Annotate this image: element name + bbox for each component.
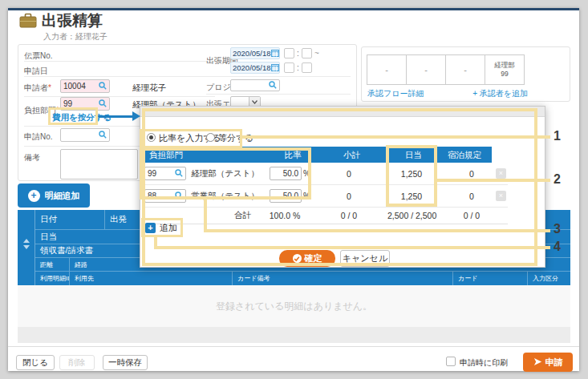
applicant-code-field[interactable]: 10004 [60,79,110,93]
dept-name: 営業部（テスト） [191,191,259,202]
entered-by: 入力者：経理花子 [43,31,107,42]
popup-header-bar [140,107,545,117]
arrow-line [99,115,134,118]
calendar-icon[interactable] [271,49,279,58]
apportion-cost-link[interactable]: 費用を按分する [52,112,112,123]
subtotal-value: 0 [310,169,387,179]
submit-button[interactable]: 申請 [523,353,573,372]
approval-step: - [445,54,485,85]
cancel-button[interactable]: キャンセル [340,250,390,267]
total-ratio: 100.0 % [259,211,310,220]
add-detail-button[interactable]: + 明細追加 [18,183,90,208]
plus-icon: + [472,89,477,98]
apportion-row: 99 経理部（テスト） 50.0 % 0 1,250 0 × [144,163,508,185]
total-lodging: 0 / 0 [436,211,508,220]
add-apportion-row-button[interactable]: + 追加 [145,222,177,234]
daily-value: 1,250 [387,192,436,201]
col-card: カード [453,272,528,285]
empty-message: 登録されている明細はありません。 [18,300,570,313]
col-usage-id: 利用明細ID [35,272,70,285]
temp-save-button[interactable]: 一時保存 [103,355,148,370]
page-title: 出張精算 [42,10,103,31]
required-mark: * [48,83,51,92]
total-daily: 2,500 / 2,500 [387,211,436,220]
project-field[interactable] [230,79,280,91]
start-minute-input[interactable] [302,48,312,58]
total-label: 合計 [144,210,259,221]
divider [206,94,351,95]
plus-circle-icon: + [28,190,40,202]
search-icon[interactable] [269,81,277,91]
divider [206,76,351,77]
annotation-number-4: 4 [554,240,561,254]
sort-down-icon[interactable] [23,245,30,249]
search-icon[interactable] [175,169,183,179]
close-button[interactable]: 閉じる [16,355,55,370]
add-approver-link[interactable]: + 承認者を追加 [449,88,528,99]
dept-code-input[interactable]: 99 [144,167,186,180]
search-icon[interactable] [99,82,107,91]
range-mark: ~ [314,49,319,58]
daily-value: 1,250 [387,169,436,179]
send-icon [533,357,542,368]
col-distance: 距離 [35,258,70,271]
percent-unit: % [303,192,310,200]
approval-step: - [406,54,446,85]
delete-row-button[interactable]: × [496,191,506,201]
period-start-field[interactable]: 2020/05/18 [230,47,280,59]
apportion-table-header: 負担部門 比率 小計 日当 宿泊規定 [144,147,508,163]
search-icon[interactable] [99,131,107,140]
remarks-textarea[interactable] [60,149,138,179]
col-lodging-rule: 宿泊規定 [437,147,493,163]
total-subtotal: 0 / 0 [310,211,387,220]
apply-no-label: 申請No. [24,131,53,143]
apportion-total-row: 合計 100.0 % 0 / 0 2,500 / 2,500 0 / 0 [144,208,508,224]
search-icon[interactable] [175,192,183,201]
confirm-button[interactable]: 確定 [279,250,335,267]
period-end-field[interactable]: 2020/05/18 [230,62,280,74]
search-icon[interactable] [99,99,107,109]
detail-empty-area: 登録されている明細はありません。 [18,285,570,327]
apportion-table: 負担部門 比率 小計 日当 宿泊規定 99 経理部（テスト） 50.0 % 0 … [144,147,508,224]
ratio-input[interactable]: 50.0 [270,189,302,203]
sort-up-icon[interactable] [23,239,30,243]
print-on-submit-checkbox[interactable] [446,357,456,366]
approval-flow-detail-link[interactable]: 承認フロー詳細 [367,88,424,99]
start-hour-input[interactable] [284,48,294,58]
print-on-submit-label: 申請時に印刷 [460,357,508,369]
calendar-icon[interactable] [271,63,279,73]
ratio-input[interactable]: 50.0 [270,167,302,180]
lodging-value: 0 × [436,192,508,201]
approval-steps: - - - 経理部 99 [367,54,525,85]
dept-code-field[interactable]: 99 [60,97,110,111]
delete-button: 削除 [59,355,95,370]
radio-enter-ratio[interactable] [147,133,156,142]
lodging-value: 0 × [436,169,508,179]
col-burden-dept: 負担部門 [144,147,258,163]
percent-unit: % [303,169,310,178]
col-input-type: 入力区分 [528,272,570,285]
dept-code-input[interactable]: 88 [144,189,186,203]
col-date: 日付 [35,210,105,229]
check-icon [293,254,302,263]
divider [8,346,579,347]
sort-column[interactable] [18,210,35,285]
time-colon: : [297,49,299,58]
applicant-label: 申請者* [24,83,51,94]
travel-expense-page: 出張精算 入力者：経理花子 伝票No. 申請日 申請者* 10004 経理花子 … [0,0,588,379]
time-colon: : [297,63,299,72]
apportion-row: 88 営業部（テスト） 50.0 % 0 1,250 0 × [144,185,508,208]
apply-date-label: 申請日 [24,66,48,77]
col-card-note: カード備考 [233,272,453,285]
slip-no-label: 伝票No. [24,50,53,62]
end-hour-input[interactable] [284,62,294,73]
subtotal-value: 0 [310,192,387,201]
divider [24,76,215,77]
radio-split-equally[interactable] [206,133,215,142]
col-subtotal: 小計 [314,147,389,163]
applicant-name: 経理花子 [132,83,166,94]
dept-name: 経理部（テスト） [191,168,259,179]
apply-no-field[interactable] [60,128,110,142]
end-minute-input[interactable] [302,62,312,73]
delete-row-button[interactable]: × [496,168,506,179]
